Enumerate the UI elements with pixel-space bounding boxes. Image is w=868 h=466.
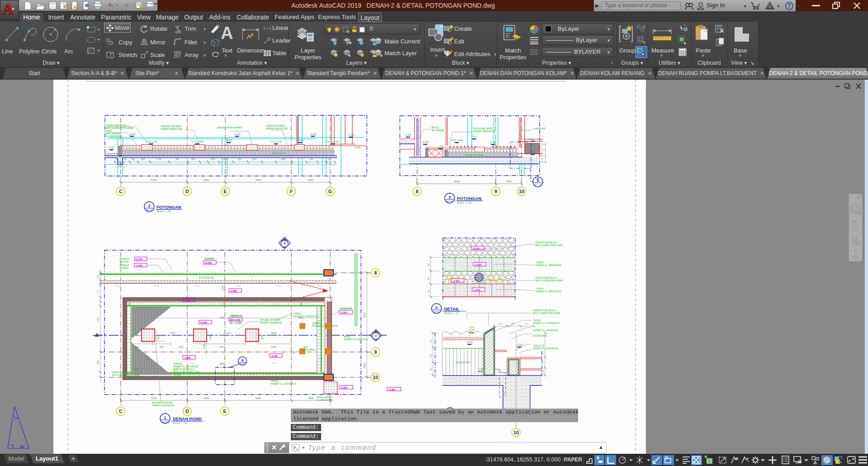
svg-text:2500: 2500 xyxy=(308,179,313,181)
svg-text:–0.380: –0.380 xyxy=(270,355,278,357)
svg-text:140: 140 xyxy=(309,158,313,161)
svg-text:300: 300 xyxy=(427,263,430,267)
svg-text:9: 9 xyxy=(494,189,497,194)
svg-text:DINDING POND: DINDING POND xyxy=(465,154,483,157)
svg-text:2800: 2800 xyxy=(363,363,366,368)
svg-text:ANDESIT UL. 200X200X18: ANDESIT UL. 200X200X18 xyxy=(173,366,199,368)
svg-text:FINISH PLESTER ACI +: FINISH PLESTER ACI + xyxy=(536,242,558,244)
svg-text:SKALA 1 : 50: SKALA 1 : 50 xyxy=(173,422,187,424)
svg-text:10: 10 xyxy=(373,375,378,380)
svg-text:10: 10 xyxy=(519,189,524,194)
svg-text:SKALA 1 : 50: SKALA 1 : 50 xyxy=(457,201,471,204)
svg-text:2250: 2250 xyxy=(280,158,285,161)
svg-text:DINDING FINISH KARPET: DINDING FINISH KARPET xyxy=(217,127,242,129)
svg-text:+0.100: +0.100 xyxy=(129,133,136,135)
svg-text:+0.300: +0.300 xyxy=(422,141,429,143)
svg-text:5100: 5100 xyxy=(151,179,157,181)
svg-text:≈≈≈≈: ≈≈≈≈ xyxy=(271,304,276,306)
svg-text:ANDESIT UL. 200X200X18: ANDESIT UL. 200X200X18 xyxy=(293,315,319,318)
svg-text:KANIN: KANIN xyxy=(106,130,112,132)
svg-text:ANDESIT BIROKOCES: ANDESIT BIROKOCES xyxy=(266,128,288,130)
svg-text:ANDESIT UL. BIROKOCES: ANDESIT UL. BIROKOCES xyxy=(536,264,561,266)
svg-text:A3-200: A3-200 xyxy=(373,338,379,340)
svg-text:ANDESIT UL. 200X200X18: ANDESIT UL. 200X200X18 xyxy=(312,325,338,327)
svg-text:cat/life: cat/life xyxy=(133,368,139,371)
svg-text:2: 2 xyxy=(148,204,150,208)
svg-text:P60 S00 ART WORK: P60 S00 ART WORK xyxy=(473,128,493,130)
svg-text:3: 3 xyxy=(284,241,285,245)
svg-text:BATU ANDESIT: BATU ANDESIT xyxy=(106,133,121,135)
svg-text:3200: 3200 xyxy=(226,332,231,334)
svg-text:T.O.P +0.150: T.O.P +0.150 xyxy=(191,141,204,143)
svg-text:170: 170 xyxy=(115,158,119,161)
svg-text:1910: 1910 xyxy=(210,158,215,161)
svg-text:–0.550: –0.550 xyxy=(135,264,142,267)
svg-text:+0.000: +0.000 xyxy=(204,262,212,264)
svg-text:FLOOR DRAIN: FLOOR DRAIN xyxy=(301,349,315,351)
svg-text:C: C xyxy=(119,409,123,414)
svg-text:BATU FLORES PIPIH LEPAS: BATU FLORES PIPIH LEPAS xyxy=(536,244,563,247)
svg-text:LANTAI PLESTER ACI +: LANTAI PLESTER ACI + xyxy=(106,124,129,127)
svg-text:E: E xyxy=(223,409,226,414)
svg-text:GARDEN: GARDEN xyxy=(204,257,215,260)
svg-text:–0.380: –0.380 xyxy=(184,357,191,359)
svg-text:T.O.P: T.O.P xyxy=(471,136,477,138)
svg-text:TOPING: TOPING xyxy=(536,288,544,290)
svg-text:200: 200 xyxy=(498,323,502,325)
svg-text:FLOOR DRAIN: FLOOR DRAIN xyxy=(473,282,487,285)
svg-text:≈≈≈≈: ≈≈≈≈ xyxy=(271,362,276,364)
svg-text:–0.450: –0.450 xyxy=(452,280,460,282)
svg-text:TOPING: TOPING xyxy=(293,313,301,315)
svg-text:NR. KISI2006: NR. KISI2006 xyxy=(432,129,445,132)
svg-text:ANDESIT UL. 200X200X18: ANDESIT UL. 200X200X18 xyxy=(533,329,559,332)
svg-text:DETAIL: DETAIL xyxy=(444,306,460,311)
svg-text:1520: 1520 xyxy=(203,344,205,349)
svg-text:+0.100: +0.100 xyxy=(297,139,304,142)
svg-text:975: 975 xyxy=(97,290,99,293)
svg-text:280: 280 xyxy=(191,158,195,161)
svg-text:55: 55 xyxy=(542,361,544,363)
svg-text:≈≈≈≈: ≈≈≈≈ xyxy=(190,304,195,306)
svg-text:+0.275: +0.275 xyxy=(468,329,475,332)
svg-text:TOPING: TOPING xyxy=(536,262,544,264)
svg-text:+0.175: +0.175 xyxy=(466,341,473,343)
svg-text:ANDESIT UL. 2400X600X18: ANDESIT UL. 2400X600X18 xyxy=(533,322,560,324)
svg-text:–0.200: –0.200 xyxy=(474,263,481,266)
svg-text:2800: 2800 xyxy=(204,397,209,399)
svg-text:BATU FLORES PIPIH LEPAS: BATU FLORES PIPIH LEPAS xyxy=(536,280,563,282)
svg-text:9: 9 xyxy=(374,349,377,355)
svg-text:C: C xyxy=(119,189,123,194)
svg-text:600: 600 xyxy=(157,336,160,340)
svg-text:+0.020: +0.020 xyxy=(354,147,361,149)
svg-text:+0.300: +0.300 xyxy=(200,321,207,324)
svg-text:90: 90 xyxy=(124,158,127,161)
svg-text:3200: 3200 xyxy=(178,346,183,348)
svg-text:TOPING: TOPING xyxy=(270,380,279,382)
svg-text:–0.380: –0.380 xyxy=(388,388,395,391)
svg-text:5100: 5100 xyxy=(151,397,157,399)
svg-text:1: 1 xyxy=(164,415,166,420)
svg-text:TOPING: TOPING xyxy=(173,374,181,376)
svg-text:F: F xyxy=(290,189,293,194)
svg-text:-0.150: -0.150 xyxy=(108,147,114,149)
svg-text:ANDESIT UL. BIROKOCES: ANDESIT UL. BIROKOCES xyxy=(536,290,561,293)
svg-text:UL. 200X200X18: UL. 200X200X18 xyxy=(317,399,332,401)
svg-text:–0.800: –0.800 xyxy=(473,289,480,291)
svg-text:ANDESIT BIROKOCES: ANDESIT BIROKOCES xyxy=(473,130,495,133)
svg-text:F.O.S +0.150: F.O.S +0.150 xyxy=(327,141,339,143)
svg-text:325: 325 xyxy=(430,367,432,371)
svg-text:DENAH POND: DENAH POND xyxy=(173,416,202,421)
svg-text:240: 240 xyxy=(136,346,140,348)
svg-text:–0.020: –0.020 xyxy=(340,311,347,314)
svg-text:–0.020: –0.020 xyxy=(340,386,347,389)
svg-text:–0.625: –0.625 xyxy=(477,368,484,371)
svg-text:450: 450 xyxy=(175,158,180,161)
svg-text:–0.325: –0.325 xyxy=(516,344,522,346)
svg-text:+0.100: +0.100 xyxy=(490,141,497,143)
svg-text:2770: 2770 xyxy=(156,158,161,161)
svg-text:600: 600 xyxy=(209,336,212,340)
svg-text:BATU FLORES PIPIH LEPAS: BATU FLORES PIPIH LEPAS xyxy=(533,312,560,314)
svg-text:600: 600 xyxy=(304,346,308,348)
svg-text:820: 820 xyxy=(238,158,242,161)
svg-text:450: 450 xyxy=(542,344,544,347)
